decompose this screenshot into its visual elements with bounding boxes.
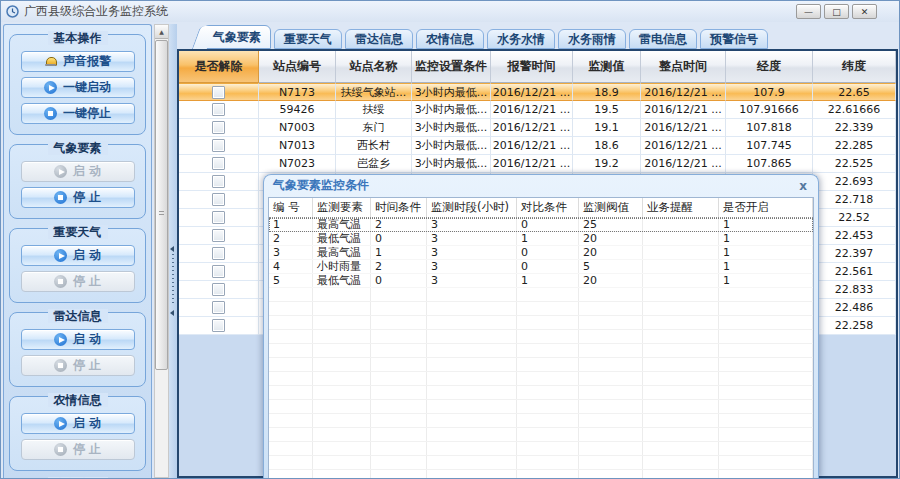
tab-water-rainfall[interactable]: 水务雨情 (558, 29, 626, 49)
table-row[interactable]: N7023岜盆乡3小时内最低...2016/12/21 ...19.22016/… (179, 155, 896, 173)
dialog-close-icon[interactable]: x (797, 179, 809, 193)
column-header[interactable]: 是否解除 (179, 51, 259, 83)
tab-important-weather[interactable]: 重要天气 (274, 29, 342, 49)
dialog-empty-cell (719, 316, 813, 329)
column-header[interactable]: 整点时间 (641, 51, 726, 83)
dialog-table-row[interactable]: 5最低气温031201 (269, 274, 813, 288)
row-checkbox[interactable] (212, 139, 225, 152)
row-checkbox[interactable] (212, 193, 225, 206)
table-cell: 22.718 (813, 191, 896, 209)
table-row[interactable]: 59426扶绥3小时内最低...2016/12/21 ...19.52016/1… (179, 101, 896, 119)
column-header[interactable]: 经度 (726, 51, 813, 83)
dialog-column-header[interactable]: 是否开启 (719, 198, 813, 217)
dialog-empty-cell (643, 428, 719, 441)
release-cell (179, 227, 259, 245)
dialog-empty-cell (371, 428, 427, 441)
sound-alarm-button[interactable]: 声音报警 (21, 51, 135, 72)
dialog-empty-cell (427, 358, 517, 371)
row-checkbox[interactable] (212, 211, 225, 224)
scrollbar-thumb[interactable] (155, 40, 168, 370)
tab-water-condition[interactable]: 水务水情 (487, 29, 555, 49)
sidebar-scrollbar[interactable]: ▲ (154, 24, 169, 478)
dialog-column-header[interactable]: 监测时段(小时) (427, 198, 517, 217)
tab-radar-info[interactable]: 雷达信息 (345, 29, 413, 49)
row-checkbox[interactable] (212, 121, 225, 134)
dialog-empty-row (269, 330, 813, 344)
tab-lightning-info[interactable]: 雷电信息 (629, 29, 697, 49)
table-cell: 19.2 (573, 155, 641, 173)
minimize-button[interactable]: — (796, 4, 821, 19)
dialog-table-row[interactable]: 3最高气温130201 (269, 246, 813, 260)
dialog-column-header[interactable]: 监测阀值 (579, 198, 643, 217)
radar-info-stop-button[interactable]: 停 止 (21, 355, 135, 376)
row-checkbox[interactable] (212, 229, 225, 242)
weather-elements-stop-button[interactable]: 停 止 (21, 187, 135, 208)
sidebar-collapse-handle[interactable] (169, 24, 177, 478)
dialog-column-header[interactable]: 编 号 (269, 198, 313, 217)
dialog-column-header[interactable]: 监测要素 (313, 198, 371, 217)
row-checkbox[interactable] (212, 319, 225, 332)
table-row[interactable]: N7173扶绥气象站...3小时内最低...2016/12/21 ...18.9… (179, 83, 896, 101)
column-header[interactable]: 站点编号 (259, 51, 336, 83)
button-label: 停 止 (73, 441, 101, 458)
dialog-table-cell (643, 232, 719, 245)
row-checkbox[interactable] (212, 175, 225, 188)
dialog-column-header[interactable]: 对比条件 (517, 198, 579, 217)
table-cell: 22.833 (813, 281, 896, 299)
tab-warning-signal[interactable]: 预警信号 (700, 29, 768, 49)
column-header[interactable]: 纬度 (813, 51, 896, 83)
dialog-empty-cell (579, 470, 643, 478)
dialog-table-cell: 2 (269, 232, 313, 245)
one-key-start-button[interactable]: 一键启动 (21, 77, 135, 98)
group-title: 重要天气 (10, 221, 145, 241)
dialog-column-header[interactable]: 时间条件 (371, 198, 427, 217)
close-button[interactable]: ✕ (852, 4, 877, 19)
dialog-column-header[interactable]: 业务提醒 (643, 198, 719, 217)
dialog-empty-cell (643, 316, 719, 329)
dialog-table-header: 编 号监测要素时间条件监测时段(小时)对比条件监测阀值业务提醒是否开启 (269, 198, 813, 218)
row-checkbox[interactable] (212, 301, 225, 314)
weather-elements-start-button[interactable]: 启 动 (21, 161, 135, 182)
button-label: 停 止 (73, 189, 101, 206)
dialog-empty-cell (719, 330, 813, 343)
dialog-empty-cell (579, 302, 643, 315)
row-checkbox[interactable] (212, 247, 225, 260)
radar-info-start-button[interactable]: 启 动 (21, 329, 135, 350)
dialog-table-row[interactable]: 1最高气温230251 (269, 218, 813, 232)
one-key-stop-button[interactable]: 一键停止 (21, 103, 135, 124)
dialog-table-row[interactable]: 4小时雨量23051 (269, 260, 813, 274)
table-cell: 107.818 (726, 119, 813, 137)
agriculture-info-stop-button[interactable]: 停 止 (21, 439, 135, 460)
table-row[interactable]: N7003东门3小时内最低...2016/12/21 ...19.12016/1… (179, 119, 896, 137)
tab-weather-elements[interactable]: 气象要素 (203, 25, 271, 49)
row-checkbox[interactable] (212, 103, 225, 116)
dialog-empty-cell (269, 456, 313, 469)
row-checkbox[interactable] (212, 86, 225, 99)
main-table-header: 是否解除站点编号站点名称监控设置条件报警时间监测值整点时间经度纬度 (179, 51, 896, 83)
column-header[interactable]: 站点名称 (336, 51, 412, 83)
agriculture-info-start-button[interactable]: 启 动 (21, 413, 135, 434)
important-weather-start-button[interactable]: 启 动 (21, 245, 135, 266)
release-cell (179, 101, 259, 119)
row-checkbox[interactable] (212, 157, 225, 170)
column-header[interactable]: 报警时间 (491, 51, 573, 83)
table-row[interactable]: N7013西长村3小时内最低...2016/12/21 ...18.62016/… (179, 137, 896, 155)
dialog-table-row[interactable]: 2最低气温031201 (269, 232, 813, 246)
dialog-empty-row (269, 400, 813, 414)
table-cell: 22.258 (813, 317, 896, 335)
row-checkbox[interactable] (212, 283, 225, 296)
maximize-button[interactable]: □ (824, 4, 849, 19)
dialog-empty-cell (313, 470, 371, 478)
column-header[interactable]: 监测值 (573, 51, 641, 83)
important-weather-stop-button[interactable]: 停 止 (21, 271, 135, 292)
row-checkbox[interactable] (212, 265, 225, 278)
tab-agriculture-info[interactable]: 农情信息 (416, 29, 484, 49)
release-cell (179, 119, 259, 137)
scrollbar-up-arrow-icon[interactable]: ▲ (155, 25, 168, 39)
table-cell: 2016/12/21 ... (491, 137, 573, 155)
column-header[interactable]: 监控设置条件 (412, 51, 491, 83)
table-cell: 22.525 (813, 155, 896, 173)
dialog-table-cell: 3 (427, 274, 517, 287)
dialog-title-bar[interactable]: 气象要素监控条件 x (264, 175, 818, 196)
button-label: 停 止 (73, 273, 101, 290)
